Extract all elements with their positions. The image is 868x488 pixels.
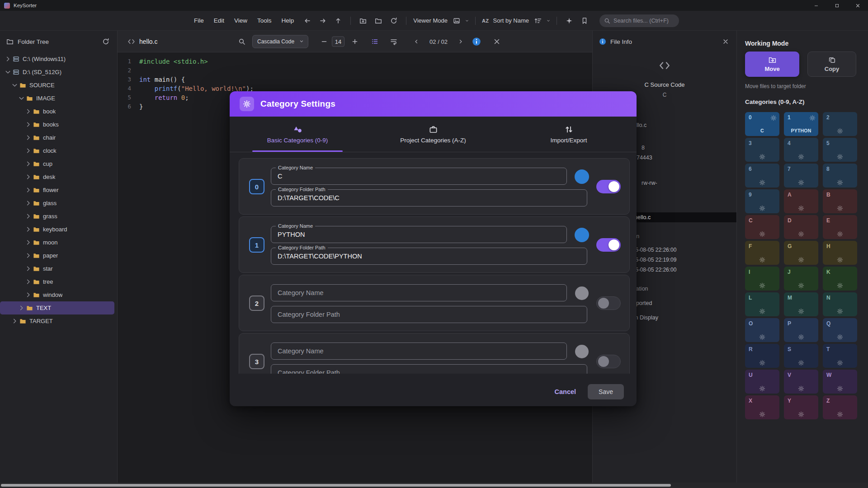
gear-icon[interactable] xyxy=(770,115,777,121)
tree-item[interactable]: glass xyxy=(0,197,114,210)
category-cell[interactable]: 4 xyxy=(784,138,818,162)
gear-icon[interactable] xyxy=(837,205,843,211)
category-cell[interactable]: J xyxy=(784,267,818,291)
gear-icon[interactable] xyxy=(798,257,804,263)
new-folder-icon[interactable] xyxy=(357,15,369,27)
refresh-icon[interactable] xyxy=(388,15,400,27)
back-icon[interactable] xyxy=(302,15,313,27)
category-cell[interactable]: C xyxy=(745,215,779,239)
chevron-icon[interactable] xyxy=(25,134,32,141)
category-cell[interactable]: V xyxy=(784,370,818,394)
chevron-icon[interactable] xyxy=(18,305,25,311)
category-cell[interactable]: 1 PYTHON xyxy=(784,112,818,136)
chevron-icon[interactable] xyxy=(25,108,32,115)
category-cell[interactable]: 0 C xyxy=(745,112,779,136)
view-thumbnails-icon[interactable] xyxy=(451,15,462,27)
line-numbers-toggle-icon[interactable] xyxy=(369,36,381,47)
tree-item[interactable]: books xyxy=(0,118,114,131)
refresh-tree-icon[interactable] xyxy=(100,36,112,47)
tree-item[interactable]: D:\ (SD_512G) xyxy=(0,66,114,79)
cancel-button[interactable]: Cancel xyxy=(555,388,576,395)
category-cell[interactable]: 8 xyxy=(823,164,857,188)
gear-icon[interactable] xyxy=(837,231,843,237)
sparkles-icon[interactable] xyxy=(563,15,575,27)
category-cell[interactable]: G xyxy=(784,241,818,265)
close-file-button[interactable] xyxy=(491,36,503,47)
tree-item[interactable]: window xyxy=(0,288,114,301)
category-cell[interactable]: L xyxy=(745,292,779,316)
chevron-icon[interactable] xyxy=(11,318,18,324)
chevron-down-icon[interactable] xyxy=(544,16,553,25)
category-cell[interactable]: A xyxy=(784,189,818,213)
category-cell[interactable]: 2 xyxy=(823,112,857,136)
chevron-icon[interactable] xyxy=(25,200,32,206)
chevron-icon[interactable] xyxy=(25,278,32,285)
chevron-icon[interactable] xyxy=(25,265,32,272)
category-enabled-toggle[interactable] xyxy=(596,296,621,310)
menu-file[interactable]: File xyxy=(189,15,209,26)
tree-item[interactable]: desk xyxy=(0,170,114,183)
tab-import-export[interactable]: Import/Export xyxy=(501,117,637,152)
category-cell[interactable]: 6 xyxy=(745,164,779,188)
tree-item[interactable]: book xyxy=(0,105,114,118)
category-cell[interactable]: S xyxy=(784,344,818,368)
gear-icon[interactable] xyxy=(759,154,765,160)
category-cell[interactable]: U xyxy=(745,370,779,394)
gear-icon[interactable] xyxy=(798,308,804,314)
gear-icon[interactable] xyxy=(809,115,816,121)
gear-icon[interactable] xyxy=(798,385,804,392)
category-cell[interactable]: H xyxy=(823,241,857,265)
tab-basic-categories-0-9-[interactable]: Basic Categories (0-9) xyxy=(230,117,365,152)
category-color-dot[interactable] xyxy=(575,228,589,242)
bookmark-icon[interactable] xyxy=(579,15,590,27)
chevron-icon[interactable] xyxy=(25,160,32,167)
category-cell[interactable]: R xyxy=(745,344,779,368)
horizontal-scrollbar[interactable] xyxy=(0,483,868,488)
up-icon[interactable] xyxy=(332,15,344,27)
category-cell[interactable]: W xyxy=(823,370,857,394)
category-color-dot[interactable] xyxy=(575,286,589,300)
sort-ascending-icon[interactable] xyxy=(532,15,544,27)
tab-project-categories-a-z-[interactable]: Project Categories (A-Z) xyxy=(365,117,501,152)
maximize-button[interactable] xyxy=(826,0,847,11)
font-select[interactable]: Cascadia Code xyxy=(252,35,308,48)
tree-item[interactable]: C:\ (Windows11) xyxy=(0,52,114,66)
menu-view[interactable]: View xyxy=(229,15,252,26)
tree-item[interactable]: TARGET xyxy=(0,314,114,328)
category-cell[interactable]: P xyxy=(784,318,818,342)
search-box[interactable] xyxy=(599,14,679,27)
chevron-icon[interactable] xyxy=(25,174,32,180)
category-cell[interactable]: D xyxy=(784,215,818,239)
gear-icon[interactable] xyxy=(759,282,765,289)
gear-icon[interactable] xyxy=(759,360,765,366)
next-file-button[interactable] xyxy=(456,37,466,47)
tree-item[interactable]: chair xyxy=(0,131,114,144)
category-cell[interactable]: M xyxy=(784,292,818,316)
chevron-icon[interactable] xyxy=(25,121,32,128)
gear-icon[interactable] xyxy=(837,411,843,418)
gear-icon[interactable] xyxy=(798,154,804,160)
sort-az-icon[interactable]: AZ xyxy=(479,16,490,25)
chevron-icon[interactable] xyxy=(25,213,32,220)
category-cell[interactable]: 5 xyxy=(823,138,857,162)
tree-item[interactable]: paper xyxy=(0,249,114,262)
gear-icon[interactable] xyxy=(759,231,765,237)
menu-edit[interactable]: Edit xyxy=(209,15,229,26)
gear-icon[interactable] xyxy=(759,385,765,392)
category-cell[interactable]: F xyxy=(745,241,779,265)
editor-search-icon[interactable] xyxy=(236,36,248,47)
gear-icon[interactable] xyxy=(837,154,843,160)
category-enabled-toggle[interactable] xyxy=(596,238,621,252)
category-path-field[interactable]: Category Folder Path D:\TARGET\CODE\C xyxy=(271,189,587,206)
gear-icon[interactable] xyxy=(837,257,843,263)
word-wrap-icon[interactable] xyxy=(388,36,400,47)
category-cell[interactable]: O xyxy=(745,318,779,342)
category-cell[interactable]: 3 xyxy=(745,138,779,162)
category-name-field[interactable]: Category Name C xyxy=(271,168,567,185)
category-cell[interactable]: B xyxy=(823,189,857,213)
gear-icon[interactable] xyxy=(798,231,804,237)
tree-item[interactable]: grass xyxy=(0,210,114,223)
chevron-icon[interactable] xyxy=(25,252,32,259)
category-cell[interactable]: 9 xyxy=(745,189,779,213)
gear-icon[interactable] xyxy=(759,411,765,418)
